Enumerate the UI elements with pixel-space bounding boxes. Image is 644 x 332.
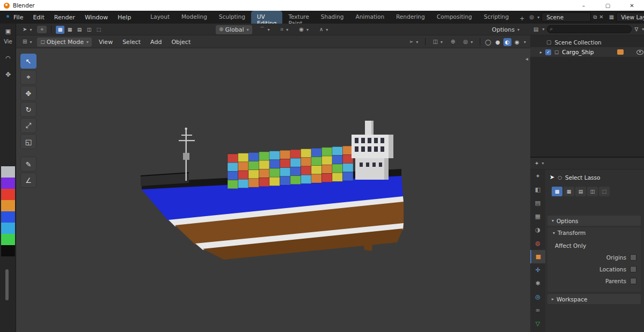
palette-swatch-7[interactable]	[1, 245, 15, 256]
scene-properties-tab-icon[interactable]: ◑	[530, 223, 545, 237]
palette-swatch-3[interactable]	[1, 200, 15, 211]
shading-solid-icon[interactable]: ●	[494, 38, 502, 46]
cursor-tool-icon[interactable]: ⌖	[20, 70, 36, 85]
viewport-menu-add[interactable]: Add	[145, 37, 166, 47]
tool-properties-tab-icon[interactable]: ✦	[530, 169, 545, 183]
unlink-scene-icon[interactable]: ✕	[599, 14, 603, 20]
filter-icon[interactable]: ∇	[634, 27, 638, 32]
minimize-icon[interactable]: –	[572, 0, 596, 11]
cursor-tool-button[interactable]: ⌖	[37, 26, 47, 33]
active-tool-dropdown[interactable]: ➤▾	[19, 26, 35, 33]
menu-file[interactable]: File	[9, 12, 28, 23]
close-icon[interactable]: ✕	[620, 0, 644, 11]
hide-eye-icon[interactable]	[636, 50, 643, 55]
tab-texture-paint[interactable]: Texture Paint	[282, 11, 314, 24]
shading-rendered-icon[interactable]: ◉	[513, 38, 521, 46]
rotate-tool-icon[interactable]: ↻	[20, 102, 36, 117]
parents-checkbox[interactable]	[630, 278, 636, 284]
palette-swatch-5[interactable]	[1, 223, 15, 234]
lasso-mode-intersect-icon[interactable]: ⬚	[599, 187, 610, 196]
transform-tool-icon[interactable]: ◱	[20, 134, 36, 149]
xray-dropdown[interactable]: ◫▾	[429, 38, 445, 46]
object-properties-tab-icon[interactable]: ■	[530, 250, 545, 263]
shading-material-icon[interactable]: ◐	[503, 38, 511, 46]
lasso-mode-extend-icon[interactable]: ▦	[564, 187, 574, 196]
orientation-dropdown[interactable]: ⊕ Global ▾	[216, 25, 252, 34]
pan-hand-icon[interactable]: ✥	[0, 71, 16, 78]
modifiers-properties-tab-icon[interactable]: ✢	[530, 263, 545, 277]
lasso-mode-new-icon[interactable]: ▩	[552, 187, 562, 196]
select-mode-extend-icon[interactable]: ▦	[65, 26, 74, 34]
overlays-dropdown[interactable]: ◎▾	[460, 38, 476, 46]
view-layer-selector[interactable]: View Layer	[616, 12, 644, 22]
image-editor-type-icon[interactable]: ▣	[0, 28, 16, 35]
strip-zoom-icon[interactable]: ◠	[0, 55, 16, 62]
palette-swatch-6[interactable]	[1, 234, 15, 245]
options-dropdown[interactable]: Options▾	[489, 25, 523, 34]
tab-animation[interactable]: Animation	[350, 11, 391, 24]
viewport-menu-object[interactable]: Object	[166, 37, 195, 47]
sidebar-toggle-icon[interactable]: ◂	[525, 56, 528, 62]
properties-editor-type-icon[interactable]: ✦	[535, 161, 539, 166]
move-tool-icon[interactable]: ✥	[20, 86, 36, 101]
strip-view-menu[interactable]: Vie	[0, 39, 16, 45]
physics-properties-tab-icon[interactable]: ◎	[530, 290, 545, 304]
lasso-mode-invert-icon[interactable]: ◫	[587, 187, 598, 196]
options-section-header[interactable]: ▾Options	[547, 216, 641, 226]
tab-uv-editing[interactable]: UV Editing	[251, 11, 283, 24]
render-properties-tab-icon[interactable]: ◧	[530, 183, 545, 196]
outliner-editor-type-icon[interactable]: ▤	[533, 27, 538, 32]
constraints-properties-tab-icon[interactable]: ∞	[530, 304, 545, 317]
outliner-row-object[interactable]: ▸ ✓ ◻ Cargo_Ship	[530, 47, 644, 57]
workspace-section-header[interactable]: ▸Workspace	[547, 294, 641, 304]
shading-dropdown-icon[interactable]: ▾	[524, 40, 526, 45]
scene-selector[interactable]: Scene	[541, 12, 591, 22]
viewport-menu-view[interactable]: View	[94, 37, 118, 47]
select-mode-intersect-icon[interactable]: ⬚	[94, 26, 103, 34]
menu-render[interactable]: Render	[49, 12, 80, 23]
palette-swatch-0[interactable]	[1, 166, 15, 178]
add-workspace-button[interactable]: +	[515, 12, 529, 22]
origins-checkbox[interactable]	[630, 254, 636, 261]
particles-properties-tab-icon[interactable]: ✱	[530, 277, 545, 290]
snap-toggle[interactable]: ⌒▾	[257, 26, 273, 33]
palette-swatch-2[interactable]	[1, 189, 15, 200]
tab-shading[interactable]: Shading	[315, 11, 350, 24]
cargo-ship-model[interactable]	[141, 115, 409, 271]
select-tool-icon[interactable]: ↖	[20, 54, 36, 69]
menu-window[interactable]: Window	[80, 12, 113, 23]
view-layer-properties-tab-icon[interactable]: ▦	[530, 210, 545, 223]
transform-header[interactable]: ▾Transform	[553, 230, 586, 236]
select-mode-invert-icon[interactable]: ◫	[85, 26, 93, 34]
viewport-3d[interactable]: ↖⌖✥↻⤢◱✎∠ ◂	[16, 48, 530, 332]
scene-browse-icon[interactable]: ◎	[529, 14, 534, 20]
lasso-mode-subtract-icon[interactable]: ▤	[575, 187, 586, 196]
expand-icon[interactable]: ▸	[540, 50, 542, 55]
select-mode-subtract-icon[interactable]: ▤	[75, 26, 84, 34]
tab-modeling[interactable]: Modeling	[175, 11, 213, 24]
world-properties-tab-icon[interactable]: ◍	[530, 237, 545, 250]
collection-checkbox[interactable]: ✓	[545, 49, 551, 55]
menu-help[interactable]: Help	[113, 12, 136, 23]
data-properties-tab-icon[interactable]: ▽	[530, 317, 545, 330]
select-mode-new-icon[interactable]: ▩	[56, 26, 64, 34]
tab-rendering[interactable]: Rendering	[390, 11, 431, 24]
view-layer-browse-icon[interactable]: ▦	[609, 14, 614, 20]
tab-sculpting[interactable]: Sculpting	[213, 11, 251, 24]
viewport-menu-select[interactable]: Select	[118, 37, 145, 47]
shading-wireframe-icon[interactable]: ◯	[484, 38, 492, 46]
tab-scripting[interactable]: Scripting	[478, 11, 515, 24]
new-scene-icon[interactable]: ⧉	[593, 14, 597, 20]
tab-layout[interactable]: Layout	[144, 11, 175, 24]
scale-tool-icon[interactable]: ⤢	[20, 118, 36, 133]
object-visibility-dropdown[interactable]: ➢▾	[406, 38, 421, 46]
measure-tool-icon[interactable]: ∠	[20, 173, 36, 188]
gizmos-toggle[interactable]: ⊕	[448, 38, 458, 46]
mode-dropdown[interactable]: ◻ Object Mode ▾	[37, 38, 92, 47]
output-properties-tab-icon[interactable]: ▤	[530, 196, 545, 210]
outliner-row-collection[interactable]: ▢ Scene Collection	[530, 38, 644, 47]
outliner-search-input[interactable]	[547, 25, 632, 33]
palette-swatch-1[interactable]	[1, 178, 15, 189]
menu-edit[interactable]: Edit	[28, 12, 49, 23]
annotate-tool-icon[interactable]: ✎	[20, 157, 36, 172]
